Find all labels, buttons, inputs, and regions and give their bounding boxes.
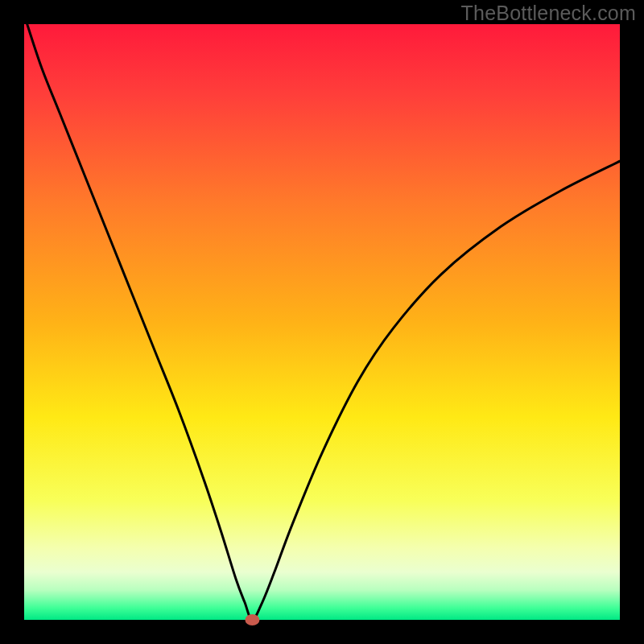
chart-frame: TheBottleneck.com: [0, 0, 644, 644]
min-marker: [245, 614, 259, 625]
plot-background: [24, 24, 620, 620]
chart-svg: [0, 0, 644, 644]
